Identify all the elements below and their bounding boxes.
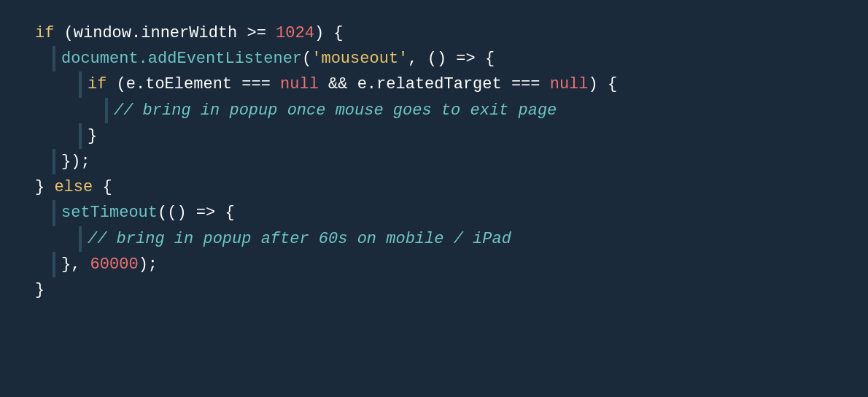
code-token: else bbox=[54, 174, 93, 200]
code-token: 60000 bbox=[90, 252, 139, 277]
code-token: null bbox=[550, 72, 589, 97]
code-token: } bbox=[88, 123, 97, 149]
code-token: } bbox=[35, 174, 54, 200]
code-token: (window.innerWidth >= bbox=[54, 20, 276, 46]
indent-bar bbox=[53, 46, 55, 72]
code-token: (e.toElement === bbox=[106, 72, 280, 97]
code-line: if (e.toElement === null && e.relatedTar… bbox=[26, 72, 842, 97]
indent-bar bbox=[53, 149, 55, 174]
code-token: // bring in popup after 60s on mobile / … bbox=[88, 226, 511, 252]
indent-bar bbox=[79, 72, 82, 97]
code-token: null bbox=[280, 72, 319, 97]
code-line: if (window.innerWidth >= 1024) { bbox=[26, 20, 842, 46]
code-token: }); bbox=[61, 149, 90, 174]
code-line: }); bbox=[26, 149, 842, 174]
code-token: if bbox=[88, 72, 106, 97]
code-token: , () => { bbox=[408, 46, 495, 72]
code-line: } bbox=[26, 123, 842, 149]
indent-bar bbox=[105, 98, 108, 123]
code-token: if bbox=[35, 20, 54, 46]
code-token: ) { bbox=[314, 20, 344, 46]
indent-bar bbox=[53, 252, 55, 277]
code-block: if (window.innerWidth >= 1024) {document… bbox=[0, 0, 868, 397]
code-token: document.addEventListener bbox=[61, 46, 302, 72]
indent-bar bbox=[79, 123, 82, 149]
code-token: 1024 bbox=[276, 20, 314, 46]
code-token: { bbox=[93, 174, 112, 200]
code-line: document.addEventListener('mouseout', ()… bbox=[26, 46, 842, 72]
indent-bar bbox=[53, 200, 55, 226]
code-token: && e.relatedTarget === bbox=[319, 72, 550, 97]
code-line: // bring in popup once mouse goes to exi… bbox=[26, 98, 842, 123]
code-token: } bbox=[35, 277, 44, 303]
code-token: 'mouseout' bbox=[311, 46, 408, 72]
code-line: } bbox=[26, 277, 842, 303]
code-token: (() => { bbox=[158, 200, 235, 226]
indent-bar bbox=[79, 226, 82, 252]
code-token: setTimeout bbox=[61, 200, 158, 226]
code-token: }, bbox=[61, 252, 90, 277]
code-token: // bring in popup once mouse goes to exi… bbox=[114, 98, 557, 123]
code-line: }, 60000); bbox=[26, 252, 842, 277]
code-line: // bring in popup after 60s on mobile / … bbox=[26, 226, 842, 252]
code-token: ) { bbox=[589, 72, 618, 97]
code-line: } else { bbox=[26, 174, 842, 200]
code-token: ); bbox=[139, 252, 158, 277]
code-line: setTimeout(() => { bbox=[26, 200, 842, 226]
code-token: ( bbox=[302, 46, 311, 72]
